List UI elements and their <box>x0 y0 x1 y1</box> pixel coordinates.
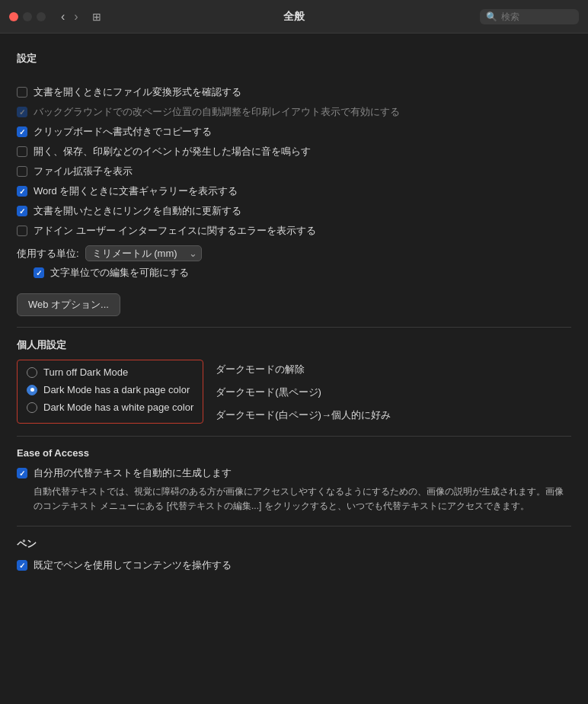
settings-item-show-ext: ファイル拡張子を表示 <box>17 165 571 178</box>
units-select-wrapper[interactable]: センチメートル (cm)ミリメートル (mm)インチ (inch)ポイント (p… <box>85 245 202 261</box>
label-sound-event: 開く、保存、印刷などのイベントが発生した場合に音を鳴らす <box>34 145 311 158</box>
search-input[interactable] <box>501 11 570 22</box>
settings-item-auto-update-links: 文書を開いたときにリンクを自動的に更新する <box>17 204 571 218</box>
radio-desc-0: ダークモードの解除 <box>216 361 391 378</box>
titlebar: ‹ › ⊞ 全般 🔍 <box>0 0 588 34</box>
label-show-ext: ファイル拡張子を表示 <box>34 165 133 178</box>
radio-descriptions: ダークモードの解除ダークモード(黒ページ)ダークモード(白ページ)→個人的に好み <box>216 360 391 424</box>
settings-item-clipboard-copy: クリップボードへ書式付きでコピーする <box>17 125 571 139</box>
label-file-convert: 文書を開くときにファイル変換形式を確認する <box>34 85 241 99</box>
radio-desc-2: ダークモード(白ページ)→個人的に好み <box>216 407 391 424</box>
pen-checkbox[interactable] <box>17 560 27 571</box>
back-button[interactable]: ‹ <box>58 8 68 25</box>
ease-checkbox-label: 自分用の代替テキストを自動的に生成します <box>34 466 232 480</box>
settings-item-word-gallery: Word を開くときに文書ギャラリーを表示する <box>17 184 571 198</box>
radio-row-dark-white: Dark Mode has a white page color <box>27 402 193 413</box>
personal-section: 個人用設定 Turn off Dark ModeDark Mode has a … <box>17 338 571 424</box>
char-edit-label: 文字単位での編集を可能にする <box>50 266 189 280</box>
search-box[interactable]: 🔍 <box>480 9 579 24</box>
minimize-button[interactable] <box>23 12 32 21</box>
radio-dark-white[interactable] <box>27 402 37 413</box>
radio-label-turn-off-dark: Turn off Dark Mode <box>43 366 128 378</box>
personal-section-label: 個人用設定 <box>17 338 571 352</box>
checkbox-sound-event[interactable] <box>17 146 27 157</box>
main-content: 設定 文書を開くときにファイル変換形式を確認するバックグラウンドでの改ページ位置… <box>0 34 588 587</box>
checkbox-bg-adjust <box>17 107 27 117</box>
web-options-button[interactable]: Web オプション... <box>17 293 120 316</box>
ease-section: Ease of Access 自分用の代替テキストを自動的に生成します 自動代替… <box>17 447 571 514</box>
settings-item-file-convert: 文書を開くときにファイル変換形式を確認する <box>17 85 571 99</box>
ease-body-text: 自動代替テキストでは、視覚に障碍のある方が画像にアクセスしやすくなるようにするた… <box>34 485 571 514</box>
radio-desc-1: ダークモード(黒ページ) <box>216 384 391 401</box>
checkbox-clipboard-copy[interactable] <box>17 126 27 137</box>
checkbox-word-gallery[interactable] <box>17 186 27 197</box>
ease-checkbox[interactable] <box>17 468 27 478</box>
close-button[interactable] <box>9 12 18 21</box>
divider-2 <box>17 436 571 437</box>
label-word-gallery: Word を開くときに文書ギャラリーを表示する <box>34 184 238 198</box>
label-auto-update-links: 文書を開いたときにリンクを自動的に更新する <box>34 204 241 218</box>
checkbox-addin-error[interactable] <box>17 226 27 236</box>
forward-button[interactable]: › <box>71 8 81 25</box>
label-bg-adjust: バックグラウンドでの改ページ位置の自動調整を印刷レイアウト表示で有効にする <box>34 105 400 119</box>
pen-section: ペン 既定でペンを使用してコンテンツを操作する <box>17 537 571 572</box>
settings-section-label: 設定 <box>17 52 571 66</box>
radio-row-turn-off-dark: Turn off Dark Mode <box>27 366 193 378</box>
settings-list: 文書を開くときにファイル変換形式を確認するバックグラウンドでの改ページ位置の自動… <box>17 85 571 238</box>
checkbox-auto-update-links[interactable] <box>17 206 27 216</box>
ease-checkbox-row: 自分用の代替テキストを自動的に生成します <box>17 466 571 480</box>
char-edit-row: 文字単位での編集を可能にする <box>34 266 571 280</box>
label-addin-error: アドイン ユーザー インターフェイスに関するエラーを表示する <box>34 224 316 238</box>
radio-row-dark-dark: Dark Mode has a dark page color <box>27 384 193 395</box>
window-title: 全般 <box>283 10 305 24</box>
pen-checkbox-label: 既定でペンを使用してコンテンツを操作する <box>34 558 232 572</box>
units-row: 使用する単位: センチメートル (cm)ミリメートル (mm)インチ (inch… <box>17 245 571 261</box>
units-label: 使用する単位: <box>17 247 79 261</box>
traffic-lights <box>9 12 46 21</box>
pen-section-label: ペン <box>17 537 571 551</box>
settings-item-bg-adjust: バックグラウンドでの改ページ位置の自動調整を印刷レイアウト表示で有効にする <box>17 105 571 119</box>
pen-checkbox-row: 既定でペンを使用してコンテンツを操作する <box>17 558 571 572</box>
radio-label-dark-white: Dark Mode has a white page color <box>43 402 193 413</box>
radio-dark-dark[interactable] <box>27 385 37 395</box>
radio-list: Turn off Dark ModeDark Mode has a dark p… <box>17 360 203 424</box>
radio-options-area: Turn off Dark ModeDark Mode has a dark p… <box>17 360 571 424</box>
checkbox-file-convert[interactable] <box>17 87 27 98</box>
radio-turn-off-dark[interactable] <box>27 367 37 378</box>
nav-buttons: ‹ › <box>58 8 81 25</box>
char-edit-checkbox[interactable] <box>34 267 44 278</box>
divider-3 <box>17 526 571 526</box>
units-select[interactable]: センチメートル (cm)ミリメートル (mm)インチ (inch)ポイント (p… <box>85 245 202 261</box>
ease-section-label: Ease of Access <box>17 447 571 459</box>
label-clipboard-copy: クリップボードへ書式付きでコピーする <box>34 125 212 139</box>
maximize-button[interactable] <box>37 12 46 21</box>
radio-label-dark-dark: Dark Mode has a dark page color <box>43 384 190 395</box>
checkbox-show-ext[interactable] <box>17 166 27 177</box>
grid-icon: ⊞ <box>92 11 101 23</box>
settings-item-addin-error: アドイン ユーザー インターフェイスに関するエラーを表示する <box>17 224 571 238</box>
settings-item-sound-event: 開く、保存、印刷などのイベントが発生した場合に音を鳴らす <box>17 145 571 158</box>
search-icon: 🔍 <box>486 11 497 22</box>
divider-1 <box>17 327 571 328</box>
